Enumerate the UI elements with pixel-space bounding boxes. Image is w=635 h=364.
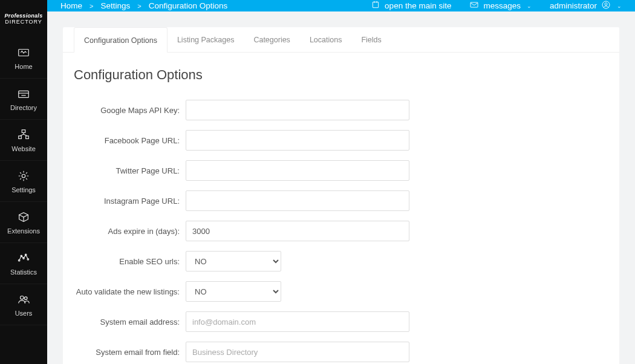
label-auto-validate: Auto validate the new listings: bbox=[74, 287, 186, 296]
input-ads-expire[interactable] bbox=[186, 221, 409, 241]
sidebar-nav: Home Directory Website Settings Extensio bbox=[0, 37, 47, 325]
user-label: administrator bbox=[550, 1, 597, 10]
svg-line-9 bbox=[24, 134, 27, 136]
user-menu[interactable]: administrator ⌄ bbox=[550, 0, 622, 11]
tab-locations[interactable]: Locations bbox=[300, 27, 352, 52]
input-system-email[interactable] bbox=[186, 311, 409, 332]
tab-fields[interactable]: Fields bbox=[351, 27, 391, 52]
page-title: Configuration Options bbox=[74, 67, 608, 83]
card: Configuration Options Listing Packages C… bbox=[63, 27, 619, 364]
brand-logo: Professionals DIRECTORY bbox=[0, 0, 47, 37]
row-auto-validate: Auto validate the new listings: NO YES bbox=[74, 281, 608, 302]
svg-rect-6 bbox=[26, 135, 29, 138]
nav-label: Home bbox=[15, 63, 32, 70]
home-icon bbox=[16, 46, 31, 59]
label-instagram-url: Instagram Page URL: bbox=[74, 197, 186, 206]
row-enable-seo: Enable SEO urls: NO YES bbox=[74, 251, 608, 271]
input-twitter-url[interactable] bbox=[186, 160, 409, 181]
main-area: Home > Settings > Configuration Options … bbox=[47, 0, 635, 364]
mail-icon bbox=[469, 0, 479, 11]
messages-menu[interactable]: messages ⌄ bbox=[469, 0, 532, 11]
breadcrumb-settings[interactable]: Settings bbox=[100, 1, 130, 10]
row-system-email-from: System email from field: bbox=[74, 342, 608, 362]
extensions-icon bbox=[16, 210, 31, 224]
brand-line1: Professionals bbox=[5, 13, 43, 19]
label-system-email: System email address: bbox=[74, 317, 186, 327]
open-site-label: open the main site bbox=[385, 1, 451, 10]
nav-label: Settings bbox=[11, 186, 36, 193]
label-twitter-url: Twitter Page URL: bbox=[74, 166, 186, 175]
chevron-down-icon: ⌄ bbox=[617, 3, 622, 9]
input-facebook-url[interactable] bbox=[186, 130, 409, 151]
statistics-icon bbox=[16, 252, 31, 265]
chevron-down-icon: ⌄ bbox=[527, 3, 532, 9]
input-instagram-url[interactable] bbox=[186, 190, 409, 211]
nav-label: Statistics bbox=[10, 268, 37, 276]
breadcrumb-home[interactable]: Home bbox=[60, 1, 82, 10]
input-google-maps-key[interactable] bbox=[186, 100, 409, 120]
topbar: Home > Settings > Configuration Options … bbox=[47, 0, 635, 11]
select-enable-seo[interactable]: NO YES bbox=[186, 251, 281, 271]
nav-directory[interactable]: Directory bbox=[0, 79, 47, 120]
svg-rect-19 bbox=[471, 2, 478, 7]
nav-label: Users bbox=[15, 310, 33, 317]
external-icon bbox=[371, 0, 380, 11]
tabs: Configuration Options Listing Packages C… bbox=[63, 27, 619, 53]
nav-label: Website bbox=[11, 145, 36, 152]
users-icon bbox=[16, 293, 31, 306]
label-facebook-url: Facebook Page URL: bbox=[74, 136, 186, 145]
breadcrumb-sep: > bbox=[137, 2, 141, 10]
nav-label: Directory bbox=[10, 104, 37, 111]
breadcrumb: Home > Settings > Configuration Options bbox=[60, 1, 227, 10]
nav-website[interactable]: Website bbox=[0, 120, 47, 161]
open-main-site-link[interactable]: open the main site bbox=[371, 0, 451, 11]
label-google-maps-key: Google Maps API Key: bbox=[74, 106, 186, 115]
svg-rect-18 bbox=[373, 2, 378, 7]
svg-point-16 bbox=[21, 296, 24, 299]
directory-icon bbox=[16, 87, 31, 100]
nav-settings[interactable]: Settings bbox=[0, 161, 47, 202]
svg-point-10 bbox=[22, 174, 25, 178]
row-instagram-url: Instagram Page URL: bbox=[74, 190, 608, 211]
panel: Configuration Options Google Maps API Ke… bbox=[63, 53, 619, 364]
svg-point-21 bbox=[605, 3, 607, 5]
messages-label: messages bbox=[483, 1, 521, 10]
nav-label: Extensions bbox=[7, 227, 40, 235]
user-avatar-icon bbox=[601, 0, 611, 11]
sidebar: Professionals DIRECTORY Home Directory W… bbox=[0, 0, 47, 364]
tab-listing-packages[interactable]: Listing Packages bbox=[168, 27, 244, 52]
svg-point-17 bbox=[24, 296, 27, 299]
breadcrumb-sep: > bbox=[90, 2, 93, 10]
nav-home[interactable]: Home bbox=[0, 37, 47, 79]
svg-line-8 bbox=[20, 134, 24, 136]
row-ads-expire: Ads expire in (days): bbox=[74, 221, 608, 241]
breadcrumb-current[interactable]: Configuration Options bbox=[149, 1, 228, 10]
input-system-email-from[interactable] bbox=[186, 342, 409, 362]
topbar-right: open the main site messages ⌄ administra… bbox=[371, 0, 622, 11]
svg-rect-4 bbox=[22, 129, 25, 132]
svg-point-11 bbox=[18, 259, 20, 261]
website-icon bbox=[16, 128, 31, 141]
row-twitter-url: Twitter Page URL: bbox=[74, 160, 608, 181]
row-system-email: System email address: bbox=[74, 311, 608, 332]
tab-configuration-options[interactable]: Configuration Options bbox=[74, 27, 168, 53]
svg-rect-5 bbox=[19, 135, 22, 138]
label-ads-expire: Ads expire in (days): bbox=[74, 227, 186, 236]
svg-rect-1 bbox=[19, 91, 29, 97]
tab-categories[interactable]: Categories bbox=[244, 27, 299, 52]
brand-line2: DIRECTORY bbox=[5, 19, 42, 25]
row-google-maps-key: Google Maps API Key: bbox=[74, 100, 608, 120]
row-facebook-url: Facebook Page URL: bbox=[74, 130, 608, 151]
nav-users[interactable]: Users bbox=[0, 284, 47, 325]
nav-statistics[interactable]: Statistics bbox=[0, 243, 47, 284]
select-auto-validate[interactable]: NO YES bbox=[186, 281, 281, 302]
label-enable-seo: Enable SEO urls: bbox=[74, 257, 186, 266]
content: Configuration Options Listing Packages C… bbox=[47, 11, 635, 364]
nav-extensions[interactable]: Extensions bbox=[0, 202, 47, 243]
settings-icon bbox=[16, 169, 31, 183]
label-system-email-from: System email from field: bbox=[74, 348, 186, 357]
